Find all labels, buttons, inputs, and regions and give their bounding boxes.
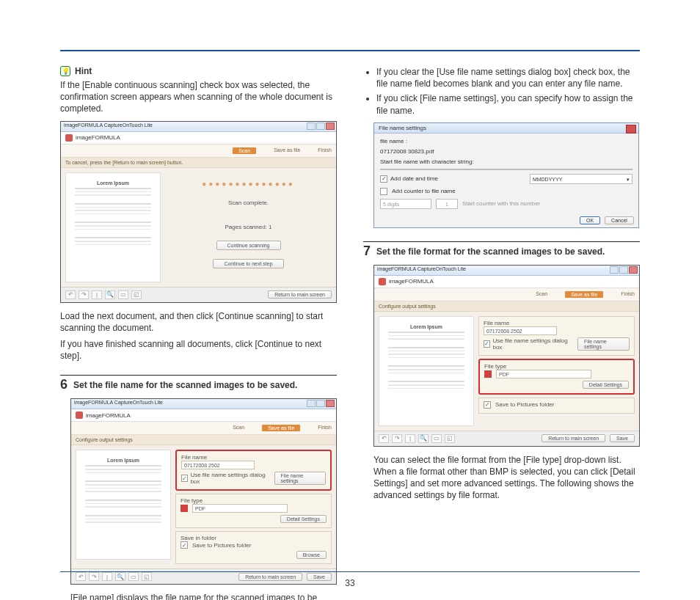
bottom-toolbar: ↶ ↷ | 🔍 ▭ ◱ Return to main screen Save — [374, 431, 639, 446]
add-date-label: Add date and time — [390, 175, 438, 182]
zoom-full-icon: ◱ — [445, 434, 455, 443]
add-counter-checkbox[interactable] — [380, 188, 387, 195]
detail-settings-button[interactable]: Detail Settings — [583, 381, 629, 389]
continue-next-button[interactable]: Continue to next step — [213, 259, 283, 268]
ok-button[interactable]: OK — [580, 216, 600, 224]
brand-logo-icon — [65, 134, 73, 142]
shot-body: Lorem Ipsum ●●●●●●●●●●●●●● Scan complete… — [61, 168, 336, 287]
left-column: 💡 Hint If the [Enable continuous scannin… — [60, 66, 337, 571]
pdf-icon — [484, 370, 492, 378]
step-number: 6 — [60, 377, 68, 392]
save-folder-value: Save to Pictures folder — [192, 542, 251, 549]
brand-bar: imageFORMULA — [61, 132, 336, 144]
file-type-select[interactable]: PDF — [496, 370, 591, 378]
pdf-icon — [181, 505, 188, 512]
window-title: imageFORMULA CaptureOnTouch Lite — [377, 266, 466, 271]
hint-label: Hint — [75, 66, 92, 76]
digits-select[interactable]: 5 digits — [380, 199, 431, 209]
detail-settings-button[interactable]: Detail Settings — [280, 515, 327, 523]
crumb-save: Save as file — [274, 147, 300, 154]
page-preview: Lorem Ipsum — [65, 172, 161, 282]
return-main-button[interactable]: Return to main screen — [268, 290, 332, 299]
window-title: imageFORMULA CaptureOnTouch Lite — [64, 122, 153, 128]
browse-button[interactable]: Browse — [296, 551, 327, 559]
hint-header: 💡 Hint — [60, 66, 337, 76]
rotate-left-icon: ↶ — [65, 290, 76, 299]
after-shot1-p1: Load the next document, and then click [… — [60, 310, 337, 334]
file-name-input[interactable]: 07172008 2502 — [484, 326, 557, 335]
shot-body: Lorem Ipsum File name 07172008 2502 — [71, 445, 336, 568]
preview-title: Lorem Ipsum — [85, 458, 161, 463]
brand-bar: imageFORMULA — [71, 409, 336, 422]
window-title: imageFORMULA CaptureOnTouch Lite — [74, 400, 163, 405]
bullet-list: If you clear the [Use file name settings… — [363, 66, 640, 117]
scan-complete-text: Scan complete. — [228, 200, 269, 206]
file-name-label: File name — [484, 320, 630, 326]
page-number: 33 — [0, 578, 700, 588]
date-format-select[interactable]: MMDDYYYY ▾ — [530, 174, 632, 184]
chevron-down-icon: ▾ — [627, 175, 630, 185]
step-number: 7 — [363, 244, 371, 259]
use-dialog-label: Use file name settings dialog box — [492, 337, 572, 351]
add-counter-label: Add counter to file name — [392, 188, 456, 194]
settings-pane: File name 07172008 2502 ✓ Use file name … — [175, 450, 332, 564]
bottom-toolbar: ↶ ↷ | 🔍 ▭ ◱ Return to main screen — [61, 287, 336, 302]
crumb-scan: Scan — [233, 425, 244, 431]
save-folder-checkbox[interactable]: ✓ — [484, 401, 491, 409]
brand-bar: imageFORMULA — [374, 276, 639, 288]
crumb-finish: Finish — [621, 291, 635, 298]
close-icon — [326, 122, 335, 130]
subheader-text: Configure output settings — [71, 435, 336, 445]
file-type-group: File type PDF Detail Settings — [175, 494, 332, 528]
zoom-in-icon: 🔍 — [105, 290, 115, 299]
breadcrumb: Scan Save as file Finish — [71, 422, 336, 435]
page-preview: Lorem Ipsum — [76, 450, 171, 560]
crumb-scan: Scan — [536, 291, 547, 298]
counter-start-input[interactable]: 1 — [436, 199, 458, 209]
cancel-button[interactable]: Cancel — [605, 216, 634, 224]
zoom-full-icon: ◱ — [131, 290, 142, 299]
file-type-select[interactable]: PDF — [192, 504, 288, 513]
file-name-input[interactable]: 07172008 2502 — [181, 461, 255, 469]
brand-text: imageFORMULA — [86, 412, 131, 419]
file-name-group: File name 07172008 2502 ✓ Use file name … — [175, 450, 332, 491]
file-name-settings-button[interactable]: File name settings — [274, 472, 327, 485]
file-name-settings-dialog: File name settings file name : 07172008 … — [373, 122, 639, 228]
after-shot2-text: [File name] displays the file name for t… — [70, 592, 337, 600]
save-folder-checkbox[interactable]: ✓ — [181, 541, 188, 549]
start-string-input[interactable] — [380, 169, 632, 170]
return-main-button[interactable]: Return to main screen — [542, 434, 605, 442]
rotate-right-icon: ↷ — [392, 434, 402, 443]
start-string-label: Start file name with character string: — [380, 158, 632, 165]
screenshot-file-name: imageFORMULA CaptureOnTouch Lite imageFO… — [70, 398, 337, 585]
save-button[interactable]: Save — [610, 434, 635, 442]
hint-text: If the [Enable continuous scanning] chec… — [60, 79, 337, 115]
step-title: Set the file format for the scanned imag… — [376, 246, 605, 257]
rotate-right-icon: ↷ — [79, 290, 89, 299]
close-icon[interactable] — [626, 125, 636, 133]
preview-title: Lorem Ipsum — [75, 180, 151, 186]
screenshot-file-format: imageFORMULA CaptureOnTouch Lite imageFO… — [373, 265, 640, 447]
bullet-2: If you click [File name settings], you c… — [376, 92, 640, 116]
file-type-label: File type — [181, 497, 327, 504]
window-titlebar: imageFORMULA CaptureOnTouch Lite — [61, 122, 336, 132]
filename-label: file name : — [380, 138, 632, 144]
save-folder-group: Save in folder ✓ Save to Pictures folder… — [175, 531, 332, 564]
preview-title: Lorem Ipsum — [388, 324, 464, 329]
file-name-settings-button[interactable]: File name settings — [577, 337, 630, 351]
use-dialog-checkbox[interactable]: ✓ — [484, 340, 490, 348]
bullet-1: If you clear the [Use file name settings… — [376, 66, 640, 89]
save-folder-label: Save in folder — [181, 535, 327, 541]
use-dialog-checkbox[interactable]: ✓ — [181, 475, 188, 482]
crumb-finish: Finish — [318, 425, 332, 431]
footer-rule — [60, 571, 640, 572]
file-name-group: File name 07172008 2502 ✓ Use file name … — [478, 316, 635, 356]
lightbulb-icon: 💡 — [60, 66, 70, 76]
crumb-scan: Scan — [233, 147, 256, 154]
scan-status-pane: ●●●●●●●●●●●●●● Scan complete. Pages scan… — [165, 172, 332, 282]
add-date-checkbox[interactable]: ✓ — [380, 175, 387, 183]
continue-scanning-button[interactable]: Continue scanning — [216, 241, 281, 250]
breadcrumb: Scan Save as file Finish — [61, 144, 336, 158]
shot-body: Lorem Ipsum File name 07172008 2502 — [374, 312, 639, 431]
brand-logo-icon — [379, 278, 386, 285]
